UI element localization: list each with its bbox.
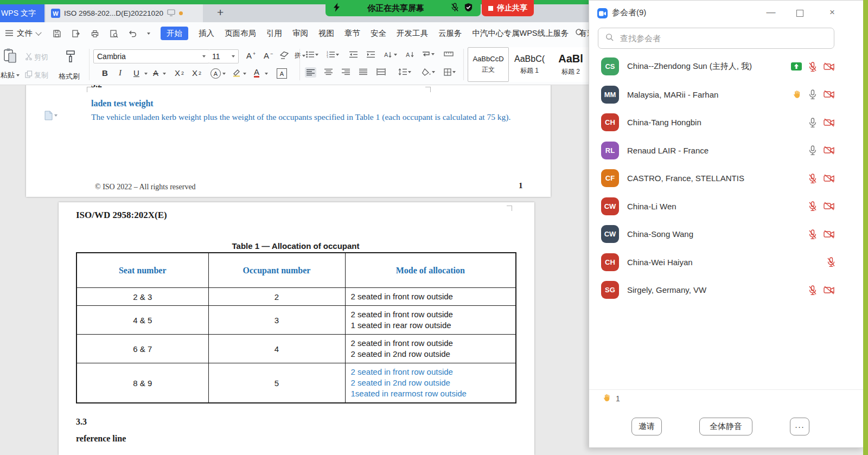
align-right-button[interactable]: [342, 68, 350, 75]
copy-button[interactable]: 复制: [25, 71, 48, 80]
undo-caret-icon[interactable]: [147, 33, 150, 35]
borders-icon[interactable]: [444, 68, 456, 76]
decrease-indent-icon[interactable]: [349, 51, 358, 58]
menu-tab-5[interactable]: 审阅: [292, 28, 308, 39]
invite-button[interactable]: 邀请: [631, 418, 662, 435]
style-box-3[interactable]: AaBl标题 2: [550, 47, 591, 82]
paste-label[interactable]: 粘贴: [1, 71, 20, 80]
font-color-caret-icon[interactable]: [265, 73, 268, 75]
camera-off-icon[interactable]: [824, 202, 835, 210]
style-box-1[interactable]: AaBbCcD正文: [468, 47, 509, 82]
save-icon[interactable]: [52, 29, 62, 39]
export-icon[interactable]: [71, 29, 81, 39]
participant-row-3[interactable]: CHChina-Tang Hongbin: [589, 108, 863, 137]
decrease-font-icon[interactable]: A−: [264, 51, 273, 60]
camera-off-icon[interactable]: [824, 174, 835, 183]
minimize-button[interactable]: —: [765, 7, 776, 18]
camera-off-icon[interactable]: [824, 90, 835, 99]
menu-tab-1[interactable]: 开始: [161, 27, 188, 40]
maximize-button[interactable]: [796, 10, 803, 17]
wrap-icon[interactable]: [422, 51, 435, 57]
mic-muted-icon[interactable]: [809, 174, 816, 183]
undo-icon[interactable]: [128, 29, 138, 39]
camera-off-icon[interactable]: [824, 146, 835, 155]
menu-tab-6[interactable]: 视图: [318, 28, 334, 39]
participant-row-7[interactable]: CWChina-Song Wang: [589, 220, 863, 248]
participant-search-box[interactable]: [598, 28, 834, 49]
strikethrough-button[interactable]: A: [153, 68, 158, 78]
mic-muted-icon[interactable]: [809, 285, 816, 295]
text-sort-icon[interactable]: A: [384, 51, 397, 59]
mic-muted-black-icon[interactable]: [451, 3, 458, 14]
strikethrough-caret-icon[interactable]: [163, 73, 166, 75]
shading-icon[interactable]: [422, 68, 435, 76]
mic-on-icon[interactable]: [809, 145, 816, 155]
mic-muted-icon[interactable]: [809, 229, 816, 239]
mic-on-icon[interactable]: [809, 118, 816, 127]
italic-button[interactable]: I: [119, 68, 122, 78]
camera-off-icon[interactable]: [824, 286, 835, 294]
pinyin-guide-icon[interactable]: 拼: [295, 51, 305, 60]
wps-app-button[interactable]: WPS 文字: [0, 4, 44, 22]
superscript-button[interactable]: X2: [175, 68, 184, 78]
document-page-1[interactable]: 3.2 laden test weight The vehicle unlade…: [26, 85, 551, 197]
font-size-select[interactable]: 11: [209, 49, 239, 63]
format-painter-label[interactable]: 格式刷: [59, 72, 80, 81]
bold-button[interactable]: B: [102, 68, 108, 78]
paste-options-icon[interactable]: [44, 111, 58, 120]
char-border-button[interactable]: A: [277, 68, 287, 79]
subscript-button[interactable]: X2: [192, 68, 201, 78]
participant-row-4[interactable]: RLRenaud LAIR - France: [589, 137, 863, 165]
underline-button[interactable]: U: [133, 68, 139, 78]
char-shading-caret-icon[interactable]: [222, 73, 226, 75]
mic-on-icon[interactable]: [809, 89, 816, 99]
format-painter-icon[interactable]: [65, 50, 76, 66]
allocation-table[interactable]: Seat numberOccupant numberMode of alloca…: [76, 252, 516, 403]
text-direction-icon[interactable]: A: [406, 51, 414, 59]
char-shading-button[interactable]: A: [210, 68, 221, 79]
file-menu[interactable]: 文件: [5, 22, 41, 44]
menu-tab-8[interactable]: 安全: [371, 28, 386, 39]
numbered-list-icon[interactable]: 123: [327, 51, 339, 58]
menu-tab-11[interactable]: 中汽中心专属WPS线上服务: [473, 28, 569, 39]
shield-check-icon[interactable]: [464, 3, 473, 14]
align-left-button[interactable]: [305, 67, 316, 78]
increase-font-icon[interactable]: A+: [246, 51, 256, 60]
stop-sharing-button[interactable]: 停止共享: [482, 0, 534, 16]
menu-tab-3[interactable]: 页面布局: [225, 28, 256, 39]
font-color-button[interactable]: A: [254, 68, 259, 78]
menu-tab-10[interactable]: 云服务: [438, 28, 462, 39]
bullet-list-icon[interactable]: [306, 51, 318, 58]
distribute-button[interactable]: [376, 68, 386, 75]
highlight-button[interactable]: [232, 68, 241, 77]
more-options-button[interactable]: ···: [790, 418, 809, 435]
participant-row-6[interactable]: CWChina-Li Wen: [589, 193, 863, 221]
cut-button[interactable]: 剪切: [25, 53, 48, 62]
font-name-select[interactable]: Cambria: [93, 49, 209, 63]
highlight-caret-icon[interactable]: [243, 73, 246, 75]
menu-tab-2[interactable]: 插入: [199, 28, 214, 39]
menu-tab-4[interactable]: 引用: [266, 28, 282, 39]
align-center-button[interactable]: [324, 68, 333, 75]
mic-muted-icon[interactable]: [827, 257, 835, 267]
participant-row-5[interactable]: CFCASTRO, France, STELLANTIS: [589, 164, 863, 193]
underline-caret-icon[interactable]: [144, 73, 148, 75]
ruler-icon[interactable]: [444, 51, 454, 57]
camera-off-icon[interactable]: [824, 230, 835, 239]
close-button[interactable]: ×: [827, 7, 838, 18]
clear-format-icon[interactable]: [280, 51, 289, 60]
increase-indent-icon[interactable]: [367, 51, 375, 58]
mute-all-button[interactable]: 全体静音: [699, 418, 752, 435]
print-icon[interactable]: [90, 29, 100, 39]
participant-row-1[interactable]: CSChina--Zhendong Sun (主持人, 我): [589, 53, 863, 81]
print-preview-icon[interactable]: [109, 29, 119, 39]
document-tab[interactable]: W ISO 2958-202...D(E)20221020: [46, 4, 203, 22]
camera-off-icon[interactable]: [824, 62, 835, 71]
camera-off-icon[interactable]: [824, 118, 835, 127]
style-box-2[interactable]: AaBbC(标题 1: [509, 47, 550, 82]
menu-tab-9[interactable]: 开发工具: [397, 28, 428, 39]
document-page-2[interactable]: ISO/WD 2958:202X(E) Table 1 — Allocation…: [59, 202, 534, 455]
new-tab-button[interactable]: +: [217, 6, 224, 19]
search-input[interactable]: [619, 33, 806, 43]
search-icon[interactable]: [575, 28, 584, 40]
